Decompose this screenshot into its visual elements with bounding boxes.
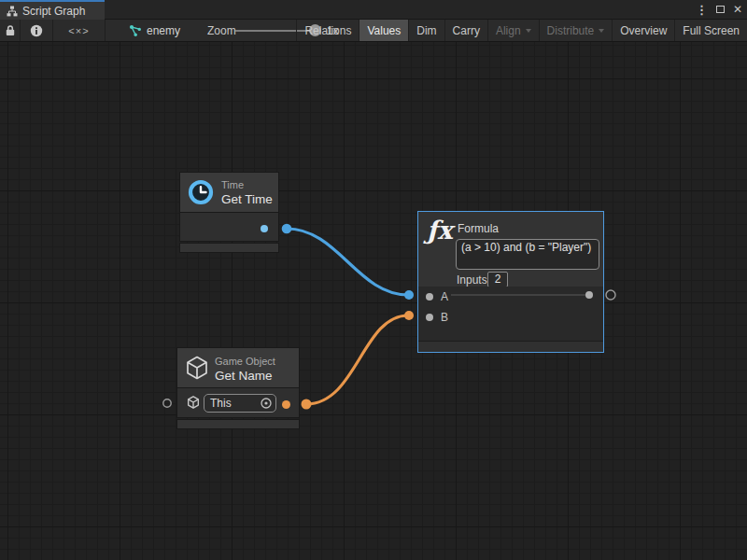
node-category: Game Object (215, 356, 275, 367)
inputs-label: Inputs (457, 273, 487, 287)
overview-button[interactable]: Overview (612, 20, 674, 41)
formula-output-ring[interactable] (606, 290, 615, 300)
fullscreen-button[interactable]: Full Screen (674, 20, 747, 41)
embed-icon: <×> (68, 25, 89, 36)
wire-orange-start-dot[interactable] (302, 399, 312, 410)
input-port-a[interactable] (426, 293, 433, 301)
node-header: Time Get Time (180, 173, 278, 213)
lock-icon (5, 24, 16, 36)
script-graph-window: Script Graph ⋮ ✕ <×> (0, 0, 747, 560)
wire-orange-end-dot[interactable] (404, 311, 414, 320)
node-footer (180, 244, 278, 252)
target-object-value: This (204, 397, 260, 410)
node-body: This (177, 388, 299, 417)
align-dropdown[interactable]: Align (487, 20, 539, 41)
info-icon (30, 24, 43, 37)
node-get-time[interactable]: Time Get Time (180, 173, 278, 252)
carry-button[interactable]: Carry (444, 20, 487, 41)
maximize-icon[interactable] (716, 6, 725, 13)
graph-name: enemy (147, 24, 180, 37)
values-button[interactable]: Values (359, 20, 408, 41)
embed-graph-button[interactable]: <×> (53, 20, 106, 41)
info-button[interactable] (21, 20, 53, 41)
connections-layer (0, 42, 747, 560)
node-get-name[interactable]: Game Object Get Name This (177, 348, 299, 429)
chevron-down-icon (599, 29, 604, 33)
node-footer (418, 341, 603, 352)
graph-canvas[interactable]: Time Get Time Game Object Get Name (0, 42, 747, 560)
port-row-a: A (418, 287, 603, 306)
zoom-label: Zoom (207, 24, 236, 37)
graph-toolbar: <×> enemy Zoom 1x Relations Values Dim C… (0, 20, 747, 42)
wire-blue-start-dot[interactable] (282, 224, 292, 234)
get-name-input-ring[interactable] (163, 399, 171, 407)
clock-icon (188, 179, 214, 205)
distribute-dropdown[interactable]: Distribute (539, 20, 613, 41)
tab-script-graph[interactable]: Script Graph (0, 0, 105, 20)
output-port-float[interactable] (261, 225, 268, 232)
script-graph-icon (7, 6, 18, 17)
target-object-field[interactable]: This (204, 394, 276, 413)
wire-gettime-to-a[interactable] (287, 229, 408, 295)
relations-button[interactable]: Relations (296, 20, 359, 41)
node-category: Time (221, 179, 244, 190)
input-port-b[interactable] (426, 314, 433, 321)
lock-button[interactable] (0, 20, 21, 41)
node-footer (177, 420, 299, 428)
toolbar-buttons: Relations Values Dim Carry Align Distrib… (296, 20, 747, 41)
port-label: B (441, 311, 448, 324)
wire-getname-to-b[interactable] (306, 315, 408, 404)
formula-expression-input[interactable]: (a > 10) and (b = "Player") (456, 239, 599, 270)
window-controls: ⋮ ✕ (696, 0, 742, 19)
chevron-down-icon (526, 29, 531, 33)
tab-bar: Script Graph ⋮ ✕ (0, 0, 747, 20)
node-header: Game Object Get Name (177, 348, 299, 388)
port-label: A (441, 290, 448, 303)
object-picker-icon[interactable] (260, 397, 273, 410)
cube-icon-small (186, 395, 201, 410)
node-header: ƒx Formula (a > 10) and (b = "Player") I… (418, 212, 603, 287)
graph-asset-icon (129, 24, 142, 37)
wire-blue-end-dot[interactable] (404, 290, 414, 300)
graph-breadcrumb[interactable]: enemy (129, 20, 180, 41)
kebab-menu-icon[interactable]: ⋮ (696, 4, 708, 16)
fx-icon: ƒx (427, 216, 453, 245)
tab-title: Script Graph (22, 5, 85, 18)
output-port-string[interactable] (282, 400, 290, 409)
close-icon[interactable]: ✕ (733, 4, 742, 15)
node-title: Get Name (215, 369, 273, 383)
port-row-b: B (418, 307, 603, 327)
node-title: Get Time (221, 192, 273, 206)
node-title: Formula (458, 222, 499, 235)
node-ports: A B (418, 287, 603, 341)
cube-icon (183, 354, 211, 382)
node-body (180, 213, 278, 241)
dim-button[interactable]: Dim (408, 20, 444, 41)
inputs-count-field[interactable]: 2 (487, 272, 508, 287)
node-formula[interactable]: ƒx Formula (a > 10) and (b = "Player") I… (417, 211, 604, 353)
